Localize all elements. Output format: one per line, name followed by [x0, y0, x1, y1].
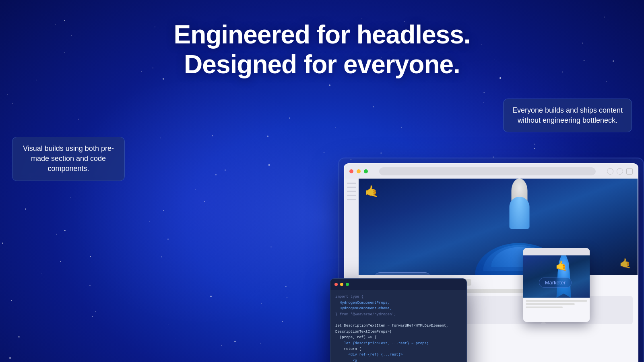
code-dot-yellow: [340, 283, 343, 286]
code-line-1: import type {: [335, 294, 462, 300]
hero-section: 🤙 🤙 Shopify Merchants: [359, 179, 638, 275]
browser-dot-2: [357, 169, 361, 173]
sidebar-item-4: [347, 195, 356, 196]
code-line-3: HydrogenComponentSchema,: [335, 306, 462, 311]
wave-icon-hero: 🤙: [365, 185, 379, 198]
callout-left: Visual builds using both pre-made sectio…: [12, 137, 125, 181]
callout-right: Everyone builds and ships content withou…: [503, 99, 632, 132]
code-dot-green: [346, 283, 349, 286]
marketer-label-container: Marketer: [539, 278, 572, 288]
browser-dot-1: [349, 169, 353, 173]
browser-toolbar: [345, 164, 638, 179]
code-line-6: (props, ref) => {: [335, 335, 462, 340]
search-icon: [607, 168, 613, 175]
code-line-5: let DescriptionTextItem = forwardRef<HTM…: [335, 323, 462, 335]
side-content-line-2: [526, 303, 575, 305]
marketer-label: Marketer: [539, 278, 572, 288]
browser-url-bar: [379, 167, 596, 175]
side-browser-bar: [523, 248, 590, 255]
code-line-10: <p: [335, 358, 462, 362]
code-line-7: let {descriptionText, ...rest} = props;: [335, 341, 462, 346]
code-line-4: } from '@weaverse/hydrogen';: [335, 312, 462, 317]
code-editor-titlebar: [330, 279, 466, 290]
mockup-area: 🤙 🤙 Shopify Merchants: [338, 158, 644, 362]
sidebar-item-2: [347, 187, 356, 188]
code-editor: import type { HydrogenComponentProps, Hy…: [330, 278, 467, 362]
callout-left-box: Visual builds using both pre-made sectio…: [12, 137, 125, 181]
account-icon: [617, 168, 623, 175]
callout-right-text: Everyone builds and ships content withou…: [512, 105, 623, 125]
bodice: [509, 197, 529, 229]
code-line-2: HydrogenComponentProps,: [335, 300, 462, 306]
wave-icon-hero-2: 🤙: [619, 258, 632, 269]
callout-left-text: Visual builds using both pre-made sectio…: [21, 144, 116, 174]
title-line2: Designed for everyone.: [173, 50, 470, 80]
code-content-area: import type { HydrogenComponentProps, Hy…: [330, 290, 466, 362]
code-line-8: return (: [335, 346, 462, 352]
title-line1: Engineered for headless.: [173, 20, 470, 50]
side-content-line-1: [526, 300, 587, 302]
main-content: Engineered for headless. Designed for ev…: [0, 0, 644, 362]
code-dot-red: [334, 283, 338, 286]
side-browser-content: [523, 298, 590, 322]
browser-dot-3: [364, 169, 368, 173]
merchants-label-container: Shopify Merchants: [375, 272, 430, 275]
side-content-line-3: [526, 306, 563, 308]
callout-right-box: Everyone builds and ships content withou…: [503, 99, 632, 132]
merchants-label: Shopify Merchants: [375, 272, 430, 275]
main-title: Engineered for headless. Designed for ev…: [173, 20, 470, 79]
wave-icon-marketer: 🤙: [555, 260, 568, 272]
sidebar-item-3: [347, 191, 356, 192]
cart-icon: [626, 168, 633, 175]
code-line-9: <div ref={ref} {...rest}>: [335, 352, 462, 358]
sidebar-item-1: [347, 183, 356, 184]
browser-nav-icons: [607, 168, 633, 175]
sidebar-item-5: [347, 199, 356, 200]
